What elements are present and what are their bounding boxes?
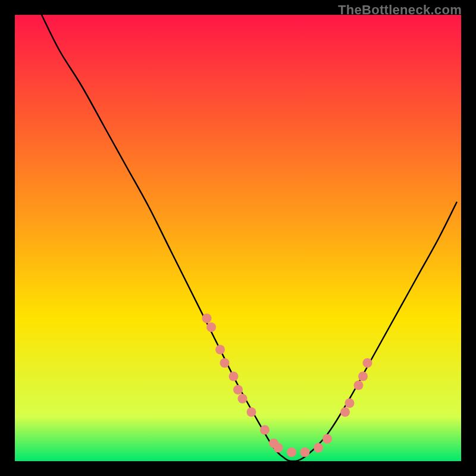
highlight-dot bbox=[287, 447, 296, 457]
highlight-dot bbox=[220, 358, 230, 368]
highlight-dot bbox=[300, 447, 310, 457]
highlight-dot bbox=[233, 385, 243, 394]
highlight-dot bbox=[206, 322, 216, 332]
highlight-dot bbox=[340, 408, 350, 417]
highlight-dot bbox=[314, 443, 323, 453]
highlight-dot bbox=[260, 425, 270, 435]
highlight-dot bbox=[354, 381, 364, 390]
highlight-dot bbox=[358, 372, 368, 381]
highlight-dot bbox=[247, 408, 256, 417]
chart-frame bbox=[15, 15, 461, 461]
highlight-dot bbox=[238, 394, 248, 403]
highlight-dot bbox=[345, 399, 355, 408]
highlight-dot bbox=[215, 345, 225, 355]
highlight-dot bbox=[322, 434, 332, 444]
bottleneck-chart bbox=[15, 15, 461, 461]
highlight-dot bbox=[229, 372, 239, 381]
highlight-dot bbox=[363, 358, 372, 368]
highlight-dot bbox=[202, 314, 212, 323]
highlight-dot bbox=[274, 443, 283, 453]
